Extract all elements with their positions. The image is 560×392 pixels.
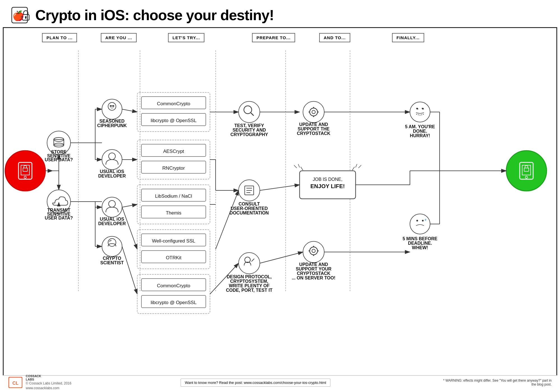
svg-point-129 bbox=[303, 101, 324, 123]
svg-text:CODE, PORT, TEST IT: CODE, PORT, TEST IT bbox=[226, 288, 272, 293]
svg-text:5 AM. YOU'RE: 5 AM. YOU'RE bbox=[405, 124, 435, 129]
svg-text:libcrypto @ OpenSSL: libcrypto @ OpenSSL bbox=[151, 300, 197, 305]
svg-text:5 MINS BEFORE: 5 MINS BEFORE bbox=[403, 236, 438, 241]
svg-line-144 bbox=[356, 164, 357, 167]
svg-point-39 bbox=[102, 99, 122, 119]
svg-text:CRYPTOGRAPHY: CRYPTOGRAPHY bbox=[230, 132, 268, 137]
svg-text:SECURITY AND: SECURITY AND bbox=[232, 128, 266, 132]
flowchart: STORE SENSITIVE USER DATA? TRANSMIT SENS… bbox=[3, 50, 557, 316]
svg-point-148 bbox=[303, 241, 324, 263]
svg-line-140 bbox=[294, 165, 297, 168]
svg-point-169 bbox=[420, 115, 421, 116]
footer-cta[interactable]: Want to know more? Read the post: www.co… bbox=[181, 379, 330, 387]
svg-text:WRITE PLENTY OF: WRITE PLENTY OF bbox=[229, 283, 270, 288]
svg-text:ENJOY LIFE!: ENJOY LIFE! bbox=[311, 183, 345, 189]
svg-text:USUAL iOS: USUAL iOS bbox=[100, 217, 124, 221]
svg-text:DEVELOPER: DEVELOPER bbox=[98, 174, 126, 178]
page-title: Crypto in iOS: choose your destiny! bbox=[35, 7, 274, 24]
svg-text:DEVELOPER: DEVELOPER bbox=[98, 221, 126, 226]
svg-text:USUAL iOS: USUAL iOS bbox=[100, 169, 124, 174]
svg-line-96 bbox=[122, 109, 137, 112]
svg-point-177 bbox=[422, 220, 424, 221]
svg-text:OTRKit: OTRKit bbox=[166, 255, 181, 260]
svg-rect-43 bbox=[110, 105, 112, 107]
svg-text:libcrypto @ OpenSSL: libcrypto @ OpenSSL bbox=[151, 118, 197, 123]
col-header-plan: PLAN TO ... bbox=[42, 33, 77, 42]
svg-text:SUPPORT YOUR: SUPPORT YOUR bbox=[296, 267, 332, 271]
svg-line-99 bbox=[122, 207, 137, 249]
svg-line-145 bbox=[352, 167, 354, 170]
svg-text:SUPPORT THE: SUPPORT THE bbox=[298, 127, 330, 131]
svg-line-98 bbox=[122, 204, 137, 207]
col-header-lets: LET'S TRY... bbox=[168, 33, 204, 42]
svg-text:TEST, VERIFY: TEST, VERIFY bbox=[234, 123, 264, 128]
svg-line-160 bbox=[260, 185, 300, 190]
svg-text:AESCrypt: AESCrypt bbox=[163, 149, 184, 154]
svg-text:USER-ORIENTED: USER-ORIENTED bbox=[231, 206, 268, 211]
svg-text:RNCryptor: RNCryptor bbox=[162, 165, 185, 171]
svg-point-168 bbox=[418, 115, 419, 115]
header: 🍎 + Crypto in iOS: choose your destiny! bbox=[3, 3, 557, 28]
footer-warning: * WARNING: effects might differ. See "Yo… bbox=[440, 379, 552, 386]
col-header-prepare: PREPARE TO... bbox=[252, 33, 295, 42]
svg-line-143 bbox=[358, 165, 361, 168]
svg-text:JOB IS DONE,: JOB IS DONE, bbox=[313, 177, 342, 182]
svg-text:CRYPTOSTACK: CRYPTOSTACK bbox=[297, 271, 330, 276]
svg-point-101 bbox=[239, 101, 260, 123]
footer-copyright: COSSACKLABS © Cossack Labs Limited, 2016… bbox=[26, 374, 71, 391]
main-content: PLAN TO ... ARE YOU ... LET'S TRY... PRE… bbox=[3, 28, 557, 375]
svg-text:HURRAY!: HURRAY! bbox=[410, 133, 430, 138]
header-icons: 🍎 + bbox=[11, 7, 31, 24]
svg-text:CommonCrypto: CommonCrypto bbox=[157, 283, 190, 288]
svg-text:CONSULT: CONSULT bbox=[239, 202, 260, 206]
svg-text:USER DATA?: USER DATA? bbox=[45, 216, 73, 220]
svg-text:UPDATE AND: UPDATE AND bbox=[299, 262, 328, 267]
footer-left: CL COSSACKLABS © Cossack Labs Limited, 2… bbox=[8, 374, 71, 391]
svg-text:CRYPTOSYSTEM,: CRYPTOSYSTEM, bbox=[230, 279, 268, 284]
svg-point-13 bbox=[5, 151, 45, 191]
svg-point-162 bbox=[410, 102, 430, 122]
svg-text:CRYPTOSTACK: CRYPTOSTACK bbox=[297, 131, 330, 136]
svg-text:CIPHERPUNK: CIPHERPUNK bbox=[97, 123, 127, 128]
col-header-finally: FINALLY... bbox=[392, 33, 424, 42]
svg-point-115 bbox=[239, 253, 260, 274]
svg-point-175 bbox=[410, 214, 430, 234]
col-header-and: AND TO... bbox=[319, 33, 350, 42]
svg-text:+: + bbox=[20, 14, 24, 20]
svg-text:DONE.: DONE. bbox=[413, 129, 427, 134]
svg-text:CL: CL bbox=[12, 381, 18, 386]
svg-point-170 bbox=[421, 115, 422, 115]
svg-point-176 bbox=[416, 220, 418, 221]
svg-point-18 bbox=[506, 151, 547, 191]
svg-text:... ON SERVER TOO!: ... ON SERVER TOO! bbox=[292, 276, 335, 280]
svg-text:Well-configured SSL: Well-configured SSL bbox=[152, 238, 195, 244]
footer: CL COSSACKLABS © Cossack Labs Limited, 2… bbox=[3, 375, 557, 389]
svg-point-171 bbox=[423, 114, 424, 115]
svg-text:UPDATE AND: UPDATE AND bbox=[299, 122, 328, 127]
svg-text:LibSodium / NaCl: LibSodium / NaCl bbox=[155, 193, 192, 199]
svg-rect-44 bbox=[112, 105, 114, 107]
svg-text:Themis: Themis bbox=[166, 210, 181, 216]
svg-text:DEADLINE.: DEADLINE. bbox=[408, 241, 432, 246]
svg-line-100 bbox=[122, 246, 137, 294]
svg-text:SEASONED: SEASONED bbox=[99, 119, 125, 123]
svg-line-141 bbox=[298, 164, 300, 167]
svg-text:CommonCrypto: CommonCrypto bbox=[157, 101, 190, 106]
svg-line-161 bbox=[260, 252, 303, 263]
svg-rect-3 bbox=[25, 17, 26, 19]
svg-line-127 bbox=[216, 190, 239, 249]
svg-text:CRYPTO: CRYPTO bbox=[103, 256, 121, 261]
svg-text:SCIENTIST: SCIENTIST bbox=[100, 260, 124, 265]
svg-text:WHEW!: WHEW! bbox=[412, 245, 428, 250]
svg-text:DESIGN PROTOCOL,: DESIGN PROTOCOL, bbox=[227, 274, 272, 279]
svg-text:DOCUMENTATION: DOCUMENTATION bbox=[230, 211, 269, 215]
col-header-are: ARE YOU ... bbox=[101, 33, 137, 42]
cossack-logo: CL bbox=[8, 377, 22, 388]
svg-point-167 bbox=[416, 114, 417, 115]
svg-line-142 bbox=[301, 167, 303, 170]
